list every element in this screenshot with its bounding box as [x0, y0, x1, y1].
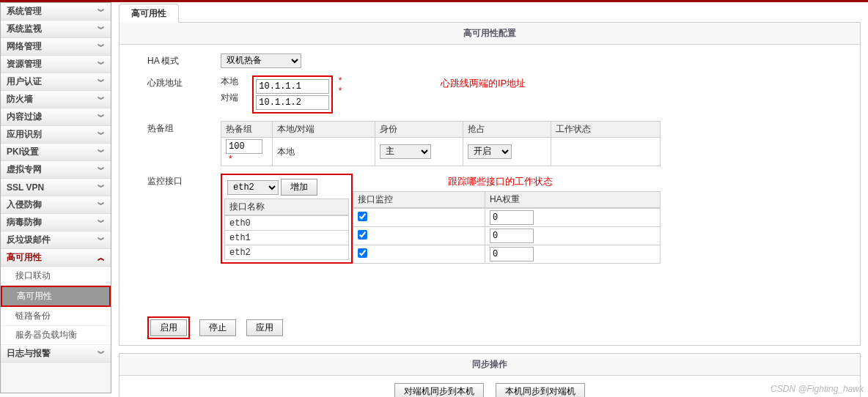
- th-preempt: 抢占: [463, 122, 551, 138]
- action-button-row: 启用 停止 应用: [125, 316, 854, 339]
- table-row: * 本地 主 开启: [221, 138, 661, 166]
- chevron-down-icon: ︾: [98, 59, 105, 70]
- required-star: *: [339, 75, 342, 86]
- section-title-sync: 同步操作: [119, 354, 860, 376]
- sidebar-item[interactable]: 病毒防御︾: [1, 214, 111, 231]
- sidebar-item-label: 日志与报警: [7, 347, 51, 360]
- chevron-down-icon: ︾: [98, 42, 105, 52]
- th-group: 热备组: [221, 122, 273, 138]
- enable-button[interactable]: 启用: [150, 319, 187, 336]
- sidebar-item-label: 病毒防御: [7, 216, 42, 229]
- iface-name-cell: eth1: [225, 231, 349, 245]
- local-peer-cell: 本地: [273, 138, 375, 166]
- section-title-config: 高可用性配置: [119, 23, 860, 45]
- sidebar-item[interactable]: 用户认证︾: [1, 73, 111, 91]
- monitor-label: 监控接口: [125, 174, 221, 188]
- sidebar-item[interactable]: 虚拟专网︾: [1, 161, 111, 179]
- sidebar-item[interactable]: 日志与报警︾: [1, 345, 111, 363]
- sync-local-to-peer-button[interactable]: 本机同步到对端机: [496, 383, 585, 397]
- iface-table: 接口名称: [224, 198, 349, 215]
- sidebar-item-label: 入侵防御: [7, 198, 42, 211]
- apply-button[interactable]: 应用: [246, 319, 283, 336]
- iface-name-cell: eth0: [225, 216, 349, 231]
- local-label: 本地: [221, 75, 250, 88]
- peer-ip-input[interactable]: [256, 95, 329, 110]
- th-ha-weight: HA权重: [485, 192, 661, 208]
- ha-mode-label: HA 模式: [125, 53, 221, 67]
- status-cell: [551, 138, 661, 166]
- sidebar-item[interactable]: PKI设置︾: [1, 144, 111, 161]
- peer-label: 对端: [221, 92, 250, 104]
- sidebar-sub-item[interactable]: 接口联动: [1, 267, 111, 286]
- th-iface-name: 接口名称: [225, 199, 349, 215]
- chevron-down-icon: ︾: [98, 218, 105, 228]
- chevron-down-icon: ︾: [98, 182, 105, 193]
- section-ha-config: 高可用性配置 HA 模式 双机热备 心跳地址 本地: [119, 22, 861, 346]
- sidebar-item[interactable]: 网络管理︾: [1, 38, 111, 56]
- sidebar-item-label: 反垃圾邮件: [7, 234, 51, 246]
- chevron-down-icon: ︾: [98, 94, 105, 105]
- sidebar-item-label: SSL VPN: [7, 182, 44, 193]
- sidebar-item[interactable]: 入侵防御︾: [1, 196, 111, 214]
- heartbeat-box: [252, 75, 333, 114]
- sidebar-item-label: 应用识别: [7, 128, 42, 141]
- sidebar-item-label: 高可用性: [7, 251, 42, 264]
- sync-peer-to-local-button[interactable]: 对端机同步到本机: [394, 383, 484, 397]
- sidebar-item[interactable]: 应用识别︾: [1, 126, 111, 144]
- sidebar-item[interactable]: 系统管理︾: [1, 3, 111, 21]
- sidebar-item-label: 用户认证: [7, 75, 42, 88]
- sidebar-sub-item[interactable]: 链路备份: [1, 307, 111, 326]
- table-row: eth0: [225, 216, 349, 231]
- sidebar-item[interactable]: 高可用性︽: [1, 249, 111, 267]
- section-sync: 同步操作 对端机同步到本机 本机同步到对端机: [119, 353, 861, 397]
- ha-weight-input[interactable]: [490, 210, 534, 225]
- sidebar-item[interactable]: 防火墙︾: [1, 91, 111, 108]
- chevron-down-icon: ︾: [98, 112, 105, 122]
- chevron-down-icon: ︾: [98, 200, 105, 210]
- group-input[interactable]: [226, 139, 262, 154]
- chevron-down-icon: ︾: [98, 349, 105, 359]
- required-star: *: [339, 86, 342, 96]
- watermark: CSDN @Fighting_hawk: [770, 384, 864, 394]
- sidebar-item[interactable]: 资源管理︾: [1, 56, 111, 73]
- backup-group-table: 热备组 本地/对端 身份 抢占 工作状态 * 本地 主 开启: [221, 121, 661, 166]
- chevron-down-icon: ︾: [98, 147, 105, 157]
- sidebar-item-label: 内容过滤: [7, 111, 42, 123]
- table-row: [353, 227, 661, 245]
- table-header-row: 热备组 本地/对端 身份 抢占 工作状态: [221, 122, 661, 138]
- main-area: 高可用性 高可用性配置 HA 模式 双机热备 心跳地址 本地: [111, 2, 868, 397]
- preempt-select[interactable]: 开启: [468, 144, 512, 159]
- iface-monitor-checkbox[interactable]: [358, 230, 367, 240]
- sidebar-item[interactable]: 内容过滤︾: [1, 108, 111, 126]
- sidebar-item[interactable]: 反垃圾邮件︾: [1, 231, 111, 249]
- sidebar-item[interactable]: SSL VPN︾: [1, 179, 111, 196]
- th-role: 身份: [375, 122, 463, 138]
- sidebar-item-label: 网络管理: [7, 40, 42, 53]
- sidebar-item-label: PKI设置: [7, 146, 39, 158]
- sidebar-item-label: 资源管理: [7, 58, 42, 70]
- heartbeat-label: 心跳地址: [125, 75, 221, 89]
- ha-weight-input[interactable]: [490, 229, 534, 243]
- chevron-down-icon: ︾: [98, 130, 105, 140]
- ha-weight-input[interactable]: [490, 247, 534, 261]
- annotation-heartbeat: 心跳线两端的IP地址: [441, 77, 526, 90]
- table-row: [353, 245, 661, 264]
- role-select[interactable]: 主: [380, 144, 431, 159]
- chevron-up-icon: ︽: [98, 253, 105, 263]
- chevron-down-icon: ︾: [98, 24, 105, 34]
- tab-ha[interactable]: 高可用性: [119, 4, 179, 23]
- ha-mode-select[interactable]: 双机热备: [221, 53, 301, 68]
- required-star: *: [229, 154, 232, 164]
- local-ip-input[interactable]: [256, 79, 329, 94]
- iface-select[interactable]: eth2: [227, 180, 279, 195]
- sidebar-item[interactable]: 系统监视︾: [1, 21, 111, 38]
- add-button[interactable]: 增加: [281, 179, 317, 196]
- iface-monitor-checkbox[interactable]: [358, 248, 367, 258]
- stop-button[interactable]: 停止: [199, 319, 236, 336]
- sidebar-sub-item[interactable]: 高可用性: [1, 286, 111, 307]
- sidebar-item-label: 系统管理: [7, 5, 42, 18]
- backup-group-label: 热备组: [125, 121, 221, 135]
- sidebar-sub-item[interactable]: 服务器负载均衡: [1, 326, 111, 345]
- chevron-down-icon: ︾: [98, 7, 105, 17]
- iface-monitor-checkbox[interactable]: [358, 212, 367, 221]
